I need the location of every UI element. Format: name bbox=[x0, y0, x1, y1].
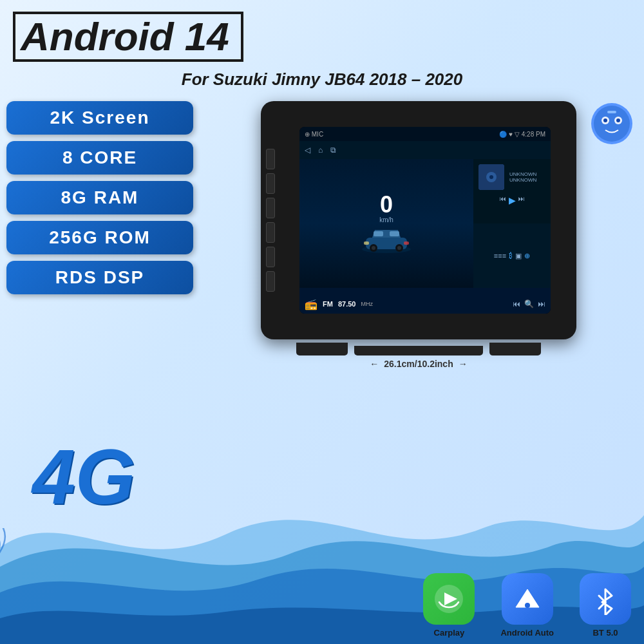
unit-body: ⊕ MIC 🔵 ♥ ▽ 4:28 PM ◁ ⌂ ⧉ 0 k bbox=[261, 101, 576, 339]
side-btn-2[interactable] bbox=[266, 173, 275, 194]
home-icon[interactable]: ⌂ bbox=[318, 146, 323, 155]
android-auto-label: Android Auto bbox=[500, 628, 554, 638]
eq-icon: ≡≡≡ bbox=[494, 252, 506, 260]
radio-search[interactable]: 🔍 bbox=[524, 299, 534, 308]
dim-width-label: 26.1cm/10.2inch bbox=[384, 359, 453, 369]
speed-display-area: 0 km/h bbox=[299, 159, 473, 288]
car-unit: ⊕ MIC 🔵 ♥ ▽ 4:28 PM ◁ ⌂ ⧉ 0 k bbox=[261, 101, 576, 346]
unit-area: ⊕ MIC 🔵 ♥ ▽ 4:28 PM ◁ ⌂ ⧉ 0 k bbox=[200, 98, 638, 369]
main-screen: ⊕ MIC 🔵 ♥ ▽ 4:28 PM ◁ ⌂ ⧉ 0 k bbox=[299, 127, 551, 314]
carplay-item: Carplay bbox=[423, 573, 475, 638]
prev-track-btn[interactable]: ⏮ bbox=[500, 195, 506, 205]
svg-rect-6 bbox=[607, 111, 616, 113]
carplay-icon bbox=[423, 573, 475, 625]
feature-icons: Carplay Android Auto BT 5.0 bbox=[423, 573, 631, 638]
side-buttons bbox=[266, 149, 275, 292]
side-btn-3[interactable] bbox=[266, 198, 275, 218]
top-section: Android 14 For Suzuki Jimny JB64 2018 – … bbox=[0, 0, 644, 95]
radio-prev[interactable]: ⏮ bbox=[513, 299, 520, 308]
android-version-title: Android 14 bbox=[13, 12, 243, 62]
svg-rect-10 bbox=[390, 231, 399, 236]
radio-frequency: 87.50 bbox=[338, 300, 356, 308]
back-icon[interactable]: ◁ bbox=[305, 146, 310, 155]
svg-rect-15 bbox=[364, 242, 369, 245]
album-art bbox=[478, 164, 504, 190]
radio-unit: MHz bbox=[361, 301, 373, 307]
nav-bar[interactable]: ◁ ⌂ ⧉ bbox=[299, 141, 551, 159]
dimension-horizontal: ← 26.1cm/10.2inch → bbox=[370, 359, 467, 369]
spec-8g-ram: 8G RAM bbox=[6, 181, 193, 214]
bluetooth-icon bbox=[580, 573, 631, 625]
video-icon: ▣ bbox=[515, 252, 522, 260]
side-btn-5[interactable] bbox=[266, 247, 275, 267]
dim-h-arrow-right: → bbox=[459, 359, 468, 369]
carplay-label: Carplay bbox=[434, 628, 465, 638]
radio-band: FM bbox=[323, 300, 333, 308]
speed-value: 0 bbox=[380, 193, 393, 216]
bluetooth-item: BT 5.0 bbox=[580, 573, 631, 638]
spec-rds-dsp: RDS DSP bbox=[6, 261, 193, 294]
svg-point-23 bbox=[525, 603, 530, 608]
clip-left bbox=[296, 343, 348, 355]
side-btn-6[interactable] bbox=[266, 271, 275, 292]
signal-waves bbox=[0, 528, 19, 569]
middle-section: 2K Screen 8 CORE 8G RAM 256G ROM RDS DSP bbox=[0, 98, 644, 369]
plus-icon: ⊕ bbox=[524, 252, 530, 260]
music-artist: UNKNOWN bbox=[509, 177, 536, 183]
screen-right-panel: UNKNOWN UNKNOWN ⏮ ▶ ⏭ bbox=[473, 159, 551, 288]
android-auto-icon bbox=[502, 573, 553, 625]
side-btn-4[interactable] bbox=[266, 222, 275, 243]
side-btn-1[interactable] bbox=[266, 149, 275, 169]
svg-point-4 bbox=[603, 118, 607, 122]
radio-controls: ⏮ 🔍 ⏭ bbox=[513, 299, 545, 308]
clip-center bbox=[354, 346, 483, 355]
bt-icon-screen: ₿ bbox=[509, 252, 513, 260]
specs-column: 2K Screen 8 CORE 8G RAM 256G ROM RDS DSP bbox=[6, 98, 193, 369]
svg-point-14 bbox=[397, 246, 401, 250]
bt-label: BT 5.0 bbox=[592, 628, 618, 638]
status-left: ⊕ MIC bbox=[305, 131, 323, 138]
radio-icon: 📻 bbox=[305, 298, 317, 310]
next-track-btn[interactable]: ⏭ bbox=[518, 195, 525, 205]
music-panel: UNKNOWN UNKNOWN ⏮ ▶ ⏭ bbox=[473, 159, 551, 223]
svg-point-19 bbox=[489, 175, 493, 179]
svg-rect-16 bbox=[404, 242, 409, 245]
status-bar: ⊕ MIC 🔵 ♥ ▽ 4:28 PM bbox=[299, 127, 551, 141]
svg-rect-9 bbox=[374, 231, 383, 236]
robot-icon bbox=[589, 101, 634, 146]
spec-2k-screen: 2K Screen bbox=[6, 101, 193, 135]
spec-8-core: 8 CORE bbox=[6, 141, 193, 175]
speed-unit: km/h bbox=[379, 216, 393, 223]
clip-right bbox=[489, 343, 541, 355]
svg-point-12 bbox=[372, 246, 375, 250]
radio-next[interactable]: ⏭ bbox=[538, 299, 545, 308]
screen-content: 0 km/h bbox=[299, 159, 551, 288]
car-graphic bbox=[361, 223, 412, 254]
spec-256g-rom: 256G ROM bbox=[6, 221, 193, 254]
layers-icon[interactable]: ⧉ bbox=[330, 146, 336, 155]
play-btn[interactable]: ▶ bbox=[509, 195, 516, 205]
svg-point-5 bbox=[616, 118, 620, 122]
4g-logo: 4G bbox=[32, 438, 135, 515]
product-subtitle: For Suzuki Jimny JB64 2018 – 2020 bbox=[13, 70, 631, 90]
radio-bar: 📻 FM 87.50 MHz ⏮ 🔍 ⏭ bbox=[299, 288, 551, 314]
dim-h-arrow-left: ← bbox=[370, 359, 379, 369]
unit-bottom-clips bbox=[283, 336, 554, 355]
music-title: UNKNOWN bbox=[509, 171, 536, 177]
status-right: 🔵 ♥ ▽ 4:28 PM bbox=[499, 131, 545, 138]
android-auto-item: Android Auto bbox=[500, 573, 554, 638]
